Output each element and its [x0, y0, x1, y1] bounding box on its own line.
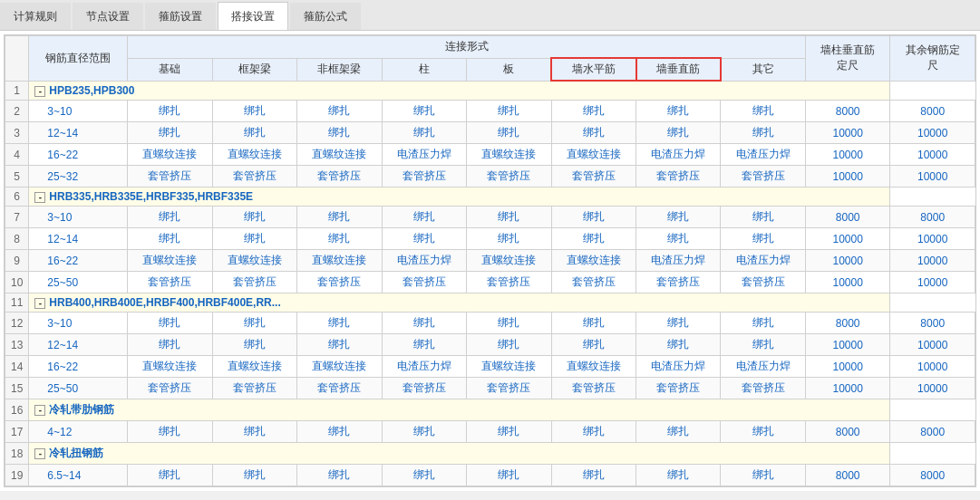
- cell-fixed2[interactable]: 10000: [890, 166, 975, 188]
- cell-other[interactable]: 绑扎: [721, 465, 805, 486]
- cell-column[interactable]: 绑扎: [382, 228, 466, 250]
- cell-fixed1[interactable]: 8000: [805, 101, 889, 122]
- cell-wall-v[interactable]: 套管挤压: [636, 166, 721, 188]
- cell-wall-v[interactable]: 电渣压力焊: [636, 144, 721, 166]
- cell-foundation[interactable]: 直螺纹连接: [128, 250, 212, 272]
- cell-other[interactable]: 套管挤压: [721, 378, 805, 399]
- rebar-range[interactable]: 25~50: [29, 378, 128, 399]
- rebar-range[interactable]: 12~14: [29, 228, 128, 250]
- cell-wall-v[interactable]: 套管挤压: [636, 272, 721, 293]
- cell-wall-v[interactable]: 绑扎: [636, 312, 721, 334]
- cell-foundation[interactable]: 绑扎: [128, 101, 212, 122]
- cell-fixed2[interactable]: 8000: [890, 312, 975, 334]
- rebar-range[interactable]: 16~22: [29, 250, 128, 272]
- cell-non-frame-beam[interactable]: 直螺纹连接: [297, 144, 382, 166]
- cell-frame-beam[interactable]: 绑扎: [212, 334, 296, 356]
- cell-column[interactable]: 电渣压力焊: [382, 144, 466, 166]
- cell-wall-v[interactable]: 绑扎: [636, 207, 721, 228]
- cell-non-frame-beam[interactable]: 套管挤压: [297, 378, 382, 399]
- rebar-range[interactable]: 4~12: [29, 421, 128, 443]
- cell-column[interactable]: 绑扎: [382, 122, 466, 144]
- cell-fixed2[interactable]: 8000: [890, 207, 975, 228]
- cell-wall-h[interactable]: 套管挤压: [551, 378, 636, 399]
- tab-node-settings[interactable]: 节点设置: [73, 3, 143, 30]
- cell-fixed2[interactable]: 10000: [890, 144, 975, 166]
- cell-wall-h[interactable]: 直螺纹连接: [551, 144, 636, 166]
- cell-wall-h[interactable]: 绑扎: [551, 334, 636, 356]
- cell-wall-v[interactable]: 绑扎: [636, 101, 721, 122]
- cell-wall-h[interactable]: 绑扎: [551, 122, 636, 144]
- cell-other[interactable]: 绑扎: [721, 334, 805, 356]
- cell-fixed1[interactable]: 10000: [805, 356, 889, 378]
- cell-fixed1[interactable]: 10000: [805, 250, 889, 272]
- rebar-range[interactable]: 6.5~14: [29, 465, 128, 486]
- cell-non-frame-beam[interactable]: 套管挤压: [297, 166, 382, 188]
- cell-frame-beam[interactable]: 直螺纹连接: [212, 250, 296, 272]
- cell-column[interactable]: 套管挤压: [382, 166, 466, 188]
- cell-wall-h[interactable]: 套管挤压: [551, 166, 636, 188]
- cell-foundation[interactable]: 绑扎: [128, 465, 212, 486]
- cell-non-frame-beam[interactable]: 绑扎: [297, 122, 382, 144]
- cell-fixed2[interactable]: 10000: [890, 272, 975, 293]
- cell-non-frame-beam[interactable]: 绑扎: [297, 312, 382, 334]
- cell-fixed1[interactable]: 10000: [805, 122, 889, 144]
- cell-fixed2[interactable]: 10000: [890, 378, 975, 399]
- collapse-icon[interactable]: -: [34, 192, 45, 203]
- tab-rebar-settings[interactable]: 箍筋设置: [145, 3, 216, 30]
- cell-column[interactable]: 套管挤压: [382, 272, 466, 293]
- cell-foundation[interactable]: 绑扎: [128, 207, 212, 228]
- cell-wall-h[interactable]: 直螺纹连接: [551, 250, 636, 272]
- cell-wall-v[interactable]: 电渣压力焊: [636, 356, 721, 378]
- cell-fixed2[interactable]: 10000: [890, 334, 975, 356]
- cell-other[interactable]: 绑扎: [721, 421, 805, 443]
- cell-wall-h[interactable]: 绑扎: [551, 465, 636, 486]
- cell-slab[interactable]: 绑扎: [467, 465, 551, 486]
- cell-wall-h[interactable]: 绑扎: [551, 312, 636, 334]
- cell-wall-h[interactable]: 绑扎: [551, 101, 636, 122]
- cell-fixed2[interactable]: 8000: [890, 465, 975, 486]
- cell-foundation[interactable]: 直螺纹连接: [128, 144, 212, 166]
- cell-fixed1[interactable]: 10000: [805, 334, 889, 356]
- cell-other[interactable]: 套管挤压: [721, 166, 805, 188]
- cell-fixed2[interactable]: 10000: [890, 122, 975, 144]
- collapse-icon[interactable]: -: [34, 405, 45, 416]
- cell-wall-v[interactable]: 绑扎: [636, 421, 721, 443]
- cell-frame-beam[interactable]: 绑扎: [212, 122, 296, 144]
- cell-non-frame-beam[interactable]: 绑扎: [297, 101, 382, 122]
- cell-foundation[interactable]: 直螺纹连接: [128, 356, 212, 378]
- cell-frame-beam[interactable]: 直螺纹连接: [212, 356, 296, 378]
- cell-foundation[interactable]: 绑扎: [128, 122, 212, 144]
- cell-slab[interactable]: 绑扎: [467, 334, 551, 356]
- cell-wall-v[interactable]: 绑扎: [636, 228, 721, 250]
- cell-other[interactable]: 套管挤压: [721, 272, 805, 293]
- cell-slab[interactable]: 套管挤压: [467, 166, 551, 188]
- cell-slab[interactable]: 直螺纹连接: [467, 144, 551, 166]
- rebar-range[interactable]: 25~50: [29, 272, 128, 293]
- cell-wall-h[interactable]: 直螺纹连接: [551, 356, 636, 378]
- cell-fixed2[interactable]: 10000: [890, 356, 975, 378]
- cell-slab[interactable]: 套管挤压: [467, 378, 551, 399]
- cell-foundation[interactable]: 绑扎: [128, 228, 212, 250]
- cell-other[interactable]: 绑扎: [721, 122, 805, 144]
- cell-frame-beam[interactable]: 绑扎: [212, 207, 296, 228]
- cell-other[interactable]: 绑扎: [721, 207, 805, 228]
- cell-column[interactable]: 绑扎: [382, 101, 466, 122]
- cell-foundation[interactable]: 绑扎: [128, 312, 212, 334]
- cell-fixed1[interactable]: 8000: [805, 465, 889, 486]
- cell-slab[interactable]: 绑扎: [467, 101, 551, 122]
- cell-frame-beam[interactable]: 直螺纹连接: [212, 144, 296, 166]
- rebar-range[interactable]: 3~10: [29, 312, 128, 334]
- cell-fixed1[interactable]: 10000: [805, 378, 889, 399]
- collapse-icon[interactable]: -: [34, 298, 45, 309]
- cell-frame-beam[interactable]: 绑扎: [212, 101, 296, 122]
- tab-calc-rules[interactable]: 计算规则: [0, 3, 71, 30]
- cell-frame-beam[interactable]: 套管挤压: [212, 378, 296, 399]
- cell-wall-h[interactable]: 绑扎: [551, 228, 636, 250]
- cell-frame-beam[interactable]: 套管挤压: [212, 166, 296, 188]
- cell-non-frame-beam[interactable]: 绑扎: [297, 207, 382, 228]
- cell-foundation[interactable]: 套管挤压: [128, 166, 212, 188]
- cell-fixed2[interactable]: 8000: [890, 421, 975, 443]
- cell-non-frame-beam[interactable]: 绑扎: [297, 228, 382, 250]
- cell-slab[interactable]: 绑扎: [467, 228, 551, 250]
- cell-wall-v[interactable]: 套管挤压: [636, 378, 721, 399]
